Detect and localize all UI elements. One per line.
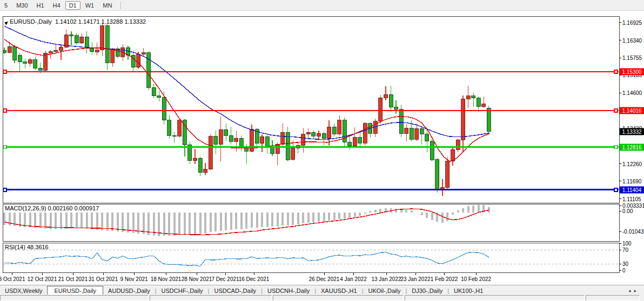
price-badge: 1.13332: [620, 128, 644, 135]
date-axis-label: 18 Nov 2021: [151, 276, 182, 282]
chart-marker-icon: ▶: [4, 19, 10, 25]
date-axis-label: 1 Feb 2022: [431, 276, 458, 282]
indicator-axis-label: -0.010439: [622, 229, 644, 235]
date-axis-label: 23 Jan 2022: [400, 276, 430, 282]
rsi-label: RSI(14) 48.3616: [5, 244, 49, 250]
date-axis-label: 31 Oct 2021: [89, 276, 118, 282]
ohlc-low: 1.13288: [102, 18, 123, 25]
date-axis-label: 7 Dec 2021: [211, 276, 239, 282]
indicator-axis-label: 0: [622, 268, 626, 273]
price-badge: 1.12816: [620, 143, 644, 150]
date-axis-label: 26 Dec 2021: [309, 276, 340, 282]
indicator-axis-label: 70: [622, 247, 628, 253]
price-axis-label: 1.15755: [622, 55, 642, 61]
date-axis-label: 13 Jan 2022: [371, 276, 401, 282]
chart-symbol: EURUSD-,Daily: [10, 18, 52, 25]
rsi-value: 48.3616: [27, 244, 49, 250]
date-axis-label: 3 Oct 2021: [0, 276, 25, 282]
date-axis-label: 9 Nov 2021: [120, 276, 147, 282]
date-axis-label: 28 Nov 2021: [182, 276, 212, 282]
price-axis-label: 1.16925: [622, 19, 642, 25]
date-axis-label: 16 Dec 2021: [239, 276, 270, 282]
mt4-terminal: { "toolbar": { "timeframes": ["5","M30",…: [0, 0, 644, 301]
date-axis-label: 12 Oct 2021: [28, 276, 57, 282]
macd-main-value: 0.002160: [48, 205, 72, 211]
chart-canvas[interactable]: [0, 0, 644, 301]
macd-signal-value: 0.000917: [74, 205, 99, 211]
ohlc-close: 1.13332: [124, 18, 146, 25]
chart-title: ▶EURUSD-,Daily 1.14102 1.14171 1.13288 1…: [5, 18, 146, 25]
price-badge: 1.14016: [620, 107, 644, 114]
price-axis-label: 1.11690: [622, 178, 641, 184]
price-axis-label: 1.16340: [622, 37, 642, 43]
price-badge: 1.15300: [620, 69, 644, 76]
price-axis-label: 1.14600: [622, 90, 642, 96]
indicator-axis-label: 0.00: [622, 208, 633, 214]
date-axis-label: 10 Feb 2022: [461, 276, 491, 282]
indicator-axis-label: 100: [622, 241, 632, 247]
ohlc-open: 1.14102: [55, 18, 77, 25]
indicator-axis-label: 30: [622, 261, 628, 267]
price-axis-label: 1.12260: [622, 161, 642, 167]
price-axis-label: 1.11105: [622, 196, 641, 202]
date-axis-label: 4 Jan 2022: [340, 276, 367, 282]
date-axis-label: 21 Oct 2021: [58, 276, 88, 282]
ohlc-high: 1.14171: [78, 18, 100, 25]
macd-label: MACD(12,26,9) 0.002160 0.000917: [5, 205, 99, 211]
price-badge: 1.11404: [620, 186, 644, 193]
